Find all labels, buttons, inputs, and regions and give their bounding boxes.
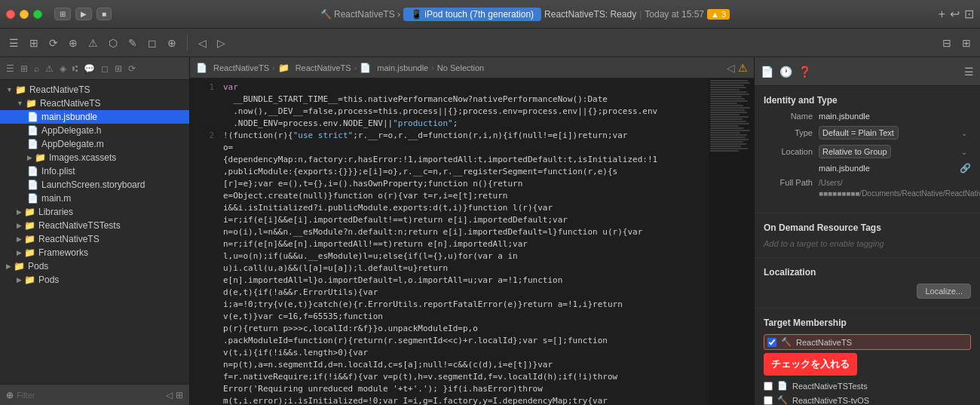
navigator-icon[interactable]: ☰ xyxy=(6,35,22,51)
folder-icon: 📁 xyxy=(35,152,46,163)
expand-triangle-icon[interactable]: ▶ xyxy=(17,276,22,284)
add-button[interactable]: + xyxy=(939,8,945,21)
sidebar-comment-icon[interactable]: 💬 xyxy=(84,63,95,74)
sidebar-footer-icon1[interactable]: ◁ xyxy=(166,390,173,400)
folder-icon: 📁 xyxy=(24,234,35,244)
sidebar-item-label: Frameworks xyxy=(38,247,88,258)
sidebar-diamond-icon[interactable]: ◈ xyxy=(60,63,66,74)
expand-triangle-icon[interactable]: ▶ xyxy=(6,262,11,270)
sidebar-diff-icon[interactable]: ⟳ xyxy=(128,63,136,74)
sidebar-item-appdelegate-h[interactable]: 📄 AppDelegate.h xyxy=(0,124,189,137)
sidebar-item-appdelegate-m[interactable]: 📄 AppDelegate.m xyxy=(0,137,189,151)
grid-icon[interactable]: ⊞ xyxy=(26,35,41,51)
sidebar-item-pods-root[interactable]: ▶ 📁 Pods xyxy=(0,259,189,273)
file-breadcrumb-icon2: 📄 xyxy=(360,63,371,73)
breadcrumb-reactnativets[interactable]: ReactNativeTS xyxy=(213,63,269,72)
forward-icon[interactable]: ▷ xyxy=(214,35,228,51)
stop-button[interactable]: ■ xyxy=(96,8,112,20)
target-checkbox-reactnativets[interactable] xyxy=(767,338,776,347)
sidebar-warn-icon[interactable]: ⚠ xyxy=(45,63,54,74)
sidebar-item-reactnativets-tests[interactable]: ▶ 📁 ReactNativeTSTests xyxy=(0,219,189,232)
sidebar-more-icon[interactable]: ◻ xyxy=(101,63,109,74)
sidebar-item-frameworks[interactable]: ▶ 📁 Frameworks xyxy=(0,246,189,259)
expand-triangle-icon[interactable]: ▶ xyxy=(17,235,22,243)
return-icon[interactable]: ↩ xyxy=(950,7,960,21)
sidebar-item-main-m[interactable]: 📄 main.m xyxy=(0,192,189,205)
fullscreen-icon[interactable]: ⊡ xyxy=(964,7,974,21)
nav-back-icon[interactable]: ◁ xyxy=(727,62,735,74)
add-editor-icon[interactable]: ⊞ xyxy=(959,35,974,51)
code-editor[interactable]: var __BUNDLE_START_TIME__=this.nativePer… xyxy=(217,78,709,405)
sidebar-lock-icon[interactable]: ⑆ xyxy=(72,63,78,74)
split-view-icon[interactable]: ⊟ xyxy=(939,35,954,51)
breadcrumb-sep-1: › xyxy=(272,63,275,72)
target-checkbox-reactnativets-tests[interactable] xyxy=(764,382,773,391)
sidebar-item-libraries[interactable]: ▶ 📁 Libraries xyxy=(0,205,189,219)
target-checkbox-reactnativets-tvos[interactable] xyxy=(764,396,773,405)
sidebar-item-label: main.m xyxy=(41,193,71,204)
history-icon[interactable]: 🕐 xyxy=(779,66,792,78)
sidebar-item-products[interactable]: ▶ 📁 ReactNativeTS xyxy=(0,232,189,246)
help-icon[interactable]: ❓ xyxy=(798,66,811,78)
breadcrumb-selection[interactable]: No Selection xyxy=(437,63,484,72)
folder-icon: 📁 xyxy=(24,275,35,285)
sidebar-item-pods-sub[interactable]: ▶ 📁 Pods xyxy=(0,273,189,287)
breadcrumb-reactnativets-sub[interactable]: ReactNativeTS xyxy=(296,63,351,72)
add-file-icon[interactable]: ⊕ xyxy=(66,35,81,51)
location-select[interactable]: Relative to Group xyxy=(819,145,891,158)
type-select[interactable]: Default = Plain Text xyxy=(819,126,899,140)
file-h-icon: 📄 xyxy=(27,125,38,136)
filter-icon[interactable]: ⊕ xyxy=(6,390,14,400)
sidebar-item-info-plist[interactable]: 📄 Info.plist xyxy=(0,164,189,178)
localize-button[interactable]: Localize... xyxy=(917,284,971,299)
target-membership-title: Target Membership xyxy=(764,318,971,328)
refresh-icon[interactable]: ⟳ xyxy=(46,35,61,51)
editor-content[interactable]: 1 2 xyxy=(190,78,754,405)
sidebar-item-launchscreen[interactable]: 📄 LaunchScreen.storyboard xyxy=(0,178,189,192)
location-row: Location Relative to Group xyxy=(764,144,971,158)
sidebar-grid-icon[interactable]: ⊞ xyxy=(115,63,122,74)
play-button[interactable]: ▶ xyxy=(75,8,92,20)
menu-icon[interactable]: ☰ xyxy=(964,66,974,78)
line-numbers: 1 2 xyxy=(190,78,217,405)
sidebar-toggle-button[interactable]: ⊞ xyxy=(54,8,71,20)
sidebar-item-reactnativets-sub[interactable]: ▼ 📁 ReactNativeTS xyxy=(0,97,189,110)
sidebar-item-images-xcassets[interactable]: ▶ 📁 Images.xcassets xyxy=(0,151,189,164)
expand-triangle-icon[interactable]: ▶ xyxy=(27,154,32,161)
sidebar-add-icon[interactable]: ⊞ xyxy=(20,63,28,74)
back-icon[interactable]: ◁ xyxy=(195,35,210,51)
sidebar-item-label: Pods xyxy=(28,261,48,272)
collapse-triangle-icon[interactable]: ▼ xyxy=(6,86,13,94)
sidebar-search-icon[interactable]: ⌕ xyxy=(34,63,39,74)
plus-icon[interactable]: ⊕ xyxy=(164,35,179,51)
sidebar-item-reactnativets-root[interactable]: ▼ 📁 ReactNativeTS xyxy=(0,83,189,97)
folder-icon: 📁 xyxy=(24,207,35,217)
warning-badge[interactable]: ▲ 3 xyxy=(707,9,730,20)
nav-warn-icon[interactable]: ⚠ xyxy=(738,62,748,74)
filename-row: main.jsbundle 🔗 xyxy=(764,163,971,173)
device-tab[interactable]: 📱 iPod touch (7th generation) xyxy=(403,8,541,21)
breadcrumb-filename[interactable]: main.jsbundle xyxy=(377,63,428,72)
expand-triangle-icon[interactable]: ▶ xyxy=(17,222,22,229)
sidebar-item-label: Pods xyxy=(38,275,59,285)
file-link-icon[interactable]: 🔗 xyxy=(960,163,971,173)
file-inspector-icon[interactable]: 📄 xyxy=(761,66,773,78)
close-button[interactable] xyxy=(6,10,15,19)
sidebar-item-label: Info.plist xyxy=(41,166,75,176)
warning-icon[interactable]: ⚠ xyxy=(85,35,101,51)
collapse-triangle-icon[interactable]: ▼ xyxy=(17,100,23,107)
sidebar-item-label: ReactNativeTS xyxy=(29,84,90,95)
edit-icon[interactable]: ✎ xyxy=(125,35,140,51)
maximize-button[interactable] xyxy=(33,10,42,19)
stop-square-icon[interactable]: ◻ xyxy=(145,35,160,51)
target-icon-tests: 📄 xyxy=(777,381,788,391)
minimize-button[interactable] xyxy=(20,10,29,19)
sidebar-item-main-jsbundle[interactable]: 📄 main.jsbundle xyxy=(0,110,189,124)
editor-area: 📄 ReactNativeTS › 📁 ReactNativeTS › 📄 ma… xyxy=(190,57,754,405)
expand-triangle-icon[interactable]: ▶ xyxy=(17,249,22,256)
sidebar-toggle-icon[interactable]: ☰ xyxy=(6,63,14,74)
breadcrumb-sep-3: › xyxy=(431,63,434,72)
sidebar-footer-icon2[interactable]: ⊞ xyxy=(176,390,183,400)
expand-triangle-icon[interactable]: ▶ xyxy=(17,208,22,216)
hex-icon[interactable]: ⬡ xyxy=(106,35,121,51)
